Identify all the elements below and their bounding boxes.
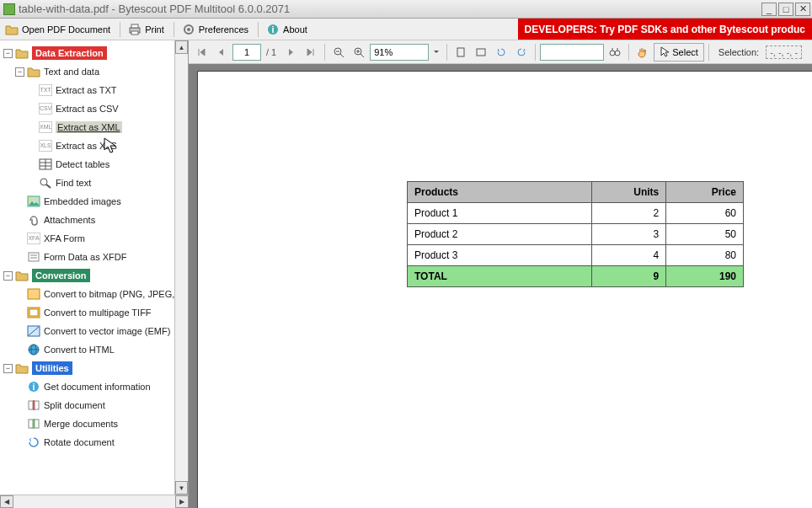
svg-text:i: i bbox=[272, 24, 275, 35]
open-label: Open PDF Document bbox=[22, 24, 110, 35]
tree-extract-txt[interactable]: TXT Extract as TXT bbox=[0, 81, 174, 99]
scroll-up-icon[interactable]: ▲ bbox=[175, 40, 188, 54]
scroll-track[interactable] bbox=[13, 495, 175, 508]
svg-rect-31 bbox=[29, 420, 33, 428]
image-icon bbox=[27, 195, 40, 207]
tree-embedded-images[interactable]: Embedded images bbox=[0, 192, 174, 211]
zoom-in-button[interactable] bbox=[350, 43, 368, 61]
promo-banner[interactable]: DEVELOPERS: Try PDF SDKs and other Bytes… bbox=[518, 19, 812, 40]
tree-label: Extract as CSV bbox=[56, 104, 119, 114]
tree-find-text[interactable]: Find text bbox=[0, 174, 174, 192]
search-input[interactable] bbox=[540, 44, 604, 61]
zoom-dropdown-button[interactable] bbox=[430, 43, 442, 61]
app-icon bbox=[3, 3, 15, 15]
cell: Product 2 bbox=[408, 224, 592, 245]
hand-tool-button[interactable] bbox=[633, 43, 652, 61]
sidebar-hscroll[interactable]: ◀ ▶ bbox=[0, 495, 189, 508]
chevron-down-icon bbox=[433, 49, 440, 56]
zoom-out-button[interactable] bbox=[329, 43, 348, 61]
tree-data-extraction[interactable]: − Data Extraction bbox=[0, 44, 174, 62]
tree-rotate[interactable]: Rotate document bbox=[0, 433, 174, 452]
fit-page-button[interactable] bbox=[451, 43, 470, 61]
merge-icon bbox=[27, 418, 40, 430]
fit-width-icon bbox=[475, 46, 487, 58]
xfa-icon: XFA bbox=[27, 233, 40, 244]
collapse-icon[interactable]: − bbox=[15, 67, 24, 77]
fit-page-icon bbox=[455, 46, 467, 58]
fit-width-button[interactable] bbox=[472, 43, 490, 61]
tree-view: − Data Extraction − Text and data TXT Ex… bbox=[0, 40, 174, 495]
page-input[interactable] bbox=[232, 44, 261, 61]
svg-point-4 bbox=[187, 28, 190, 31]
separator bbox=[120, 22, 120, 37]
scroll-right-icon[interactable]: ▶ bbox=[175, 495, 189, 508]
next-page-button[interactable] bbox=[281, 43, 300, 61]
folder-open-icon bbox=[5, 23, 19, 36]
last-icon bbox=[306, 47, 316, 57]
tree-detect-tables[interactable]: Detect tables bbox=[0, 155, 174, 174]
svg-rect-2 bbox=[131, 31, 138, 35]
table-icon bbox=[39, 158, 52, 170]
tree-split[interactable]: Split document bbox=[0, 396, 174, 414]
separator bbox=[628, 44, 629, 61]
collapse-icon[interactable]: − bbox=[3, 364, 13, 373]
scroll-track[interactable] bbox=[175, 54, 188, 481]
about-button[interactable]: i About bbox=[261, 21, 313, 38]
tree-label: Get document information bbox=[44, 382, 151, 392]
cell: 2 bbox=[592, 203, 666, 224]
tree-utilities[interactable]: − Utilities bbox=[0, 359, 174, 377]
tree-extract-xls[interactable]: XLS Extract as XLS bbox=[0, 136, 174, 155]
collapse-icon[interactable]: − bbox=[3, 271, 13, 281]
tree-convert-bitmap[interactable]: Convert to bitmap (PNG, JPEG, bbox=[0, 285, 174, 303]
open-pdf-button[interactable]: Open PDF Document bbox=[0, 21, 115, 38]
tree-text-and-data[interactable]: − Text and data bbox=[0, 62, 174, 81]
last-page-button[interactable] bbox=[302, 43, 320, 61]
prev-page-button[interactable] bbox=[212, 43, 231, 61]
tree-conversion[interactable]: − Conversion bbox=[0, 266, 174, 285]
tree-label: Convert to multipage TIFF bbox=[44, 307, 152, 318]
tree-extract-xml[interactable]: XML Extract as XML bbox=[0, 118, 174, 136]
main-area: − Data Extraction − Text and data TXT Ex… bbox=[0, 40, 812, 508]
first-icon bbox=[196, 47, 206, 57]
print-button[interactable]: Print bbox=[123, 21, 169, 38]
find-button[interactable] bbox=[606, 43, 624, 61]
tree-convert-emf[interactable]: Convert to vector image (EMF) bbox=[0, 322, 174, 340]
tree-convert-html[interactable]: Convert to HTML bbox=[0, 340, 174, 359]
tree-form-xfdf[interactable]: Form Data as XFDF bbox=[0, 248, 174, 266]
collapse-icon[interactable]: − bbox=[3, 49, 13, 58]
tree-attachments[interactable]: Attachments bbox=[0, 211, 174, 229]
select-label: Select bbox=[672, 47, 698, 57]
minimize-button[interactable]: _ bbox=[761, 3, 777, 16]
maximize-button[interactable]: □ bbox=[778, 3, 793, 16]
scroll-down-icon[interactable]: ▼ bbox=[175, 481, 188, 495]
close-button[interactable]: ✕ bbox=[795, 3, 810, 16]
tree-get-info[interactable]: i Get document information bbox=[0, 377, 174, 396]
svg-point-43 bbox=[610, 51, 615, 56]
form-icon bbox=[27, 251, 40, 263]
tree-label: Detect tables bbox=[56, 159, 110, 169]
menu-bar: Open PDF Document Print Preferences i Ab… bbox=[0, 19, 812, 40]
first-page-button[interactable] bbox=[192, 43, 211, 61]
svg-rect-29 bbox=[35, 401, 39, 409]
tree-convert-tiff[interactable]: Convert to multipage TIFF bbox=[0, 303, 174, 322]
tree-merge[interactable]: Merge documents bbox=[0, 414, 174, 433]
svg-point-14 bbox=[30, 199, 33, 201]
zoom-input[interactable] bbox=[370, 44, 429, 61]
pdf-viewport[interactable]: Products Units Price Product 1 2 60 Prod… bbox=[189, 64, 812, 508]
svg-rect-20 bbox=[29, 309, 38, 316]
cursor-icon bbox=[660, 46, 670, 58]
tree-xfa-form[interactable]: XFA XFA Form bbox=[0, 229, 174, 248]
info-icon: i bbox=[27, 381, 40, 393]
svg-rect-15 bbox=[29, 253, 39, 261]
rotate-cw-button[interactable] bbox=[512, 43, 531, 61]
tree-extract-csv[interactable]: CSV Extract as CSV bbox=[0, 99, 174, 118]
rotate-ccw-button[interactable] bbox=[492, 43, 510, 61]
tree-label: Rotate document bbox=[44, 437, 115, 447]
scroll-left-icon[interactable]: ◀ bbox=[0, 495, 13, 508]
preferences-button[interactable]: Preferences bbox=[177, 21, 254, 38]
select-tool-button[interactable]: Select bbox=[654, 43, 704, 61]
tree-label: Extract as XLS bbox=[56, 141, 117, 151]
print-label: Print bbox=[145, 24, 164, 35]
tree-label: Extract as XML bbox=[56, 121, 122, 133]
sidebar-vscroll[interactable]: ▲ ▼ bbox=[174, 40, 188, 495]
